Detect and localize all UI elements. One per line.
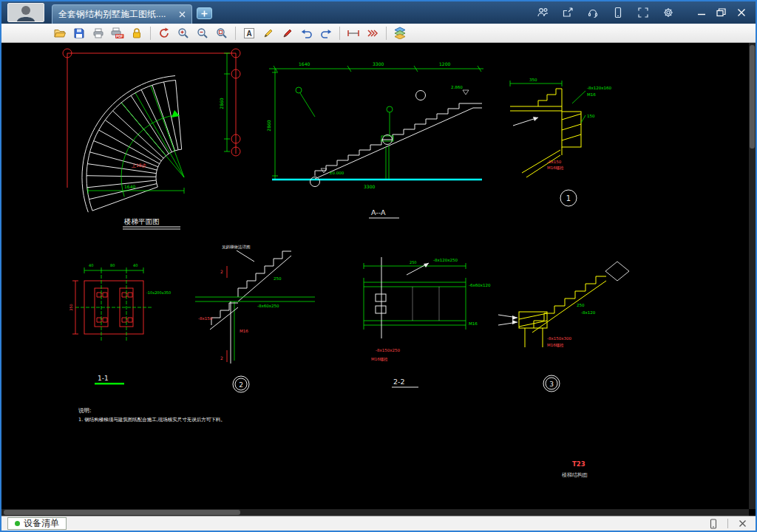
notes-title: 说明: [78, 407, 92, 414]
detail3-red-1: -8x150x300 [547, 336, 571, 341]
detail1-green-1: -8x120x160 [587, 86, 611, 90]
statusbar-phone-button[interactable] [706, 518, 721, 530]
zoom-out-button[interactable] [193, 25, 212, 41]
zoom-fit-icon [216, 27, 228, 39]
layers-icon [393, 27, 407, 39]
undo-button[interactable] [297, 25, 316, 41]
detail22-red-2: M16螺栓 [371, 357, 388, 362]
zoom-fit-button[interactable] [212, 25, 231, 41]
detail11-green-1: -10x200x350 [146, 290, 171, 295]
open-folder-icon [53, 27, 67, 39]
section-dim-2: 3300 [373, 61, 384, 66]
new-tab-button[interactable] [197, 7, 212, 19]
close-icon [737, 8, 746, 17]
document-tab[interactable]: 全套钢结构别墅施工图纸.... [52, 4, 192, 24]
detail22-green-3: M16 [469, 321, 478, 326]
avatar-photo-icon [8, 4, 44, 21]
detail2-red-2: M16 [240, 329, 248, 333]
detail2-green-1: -8x60x250 [257, 304, 279, 308]
tab-title: 全套钢结构别墅施工图纸.... [58, 8, 174, 21]
open-button[interactable] [50, 25, 69, 41]
redo-icon [320, 27, 332, 39]
detail22-title: 2-2 [393, 378, 405, 386]
redo-button[interactable] [316, 25, 336, 41]
section-aa-view: 1640 3300 1200 2860 [266, 61, 483, 218]
fullscreen-button[interactable] [635, 5, 651, 20]
close-icon [739, 519, 747, 528]
measure-icon [347, 27, 360, 39]
notes-line-1: 1. 钢结构楼梯须与建筑图纸配合施工,现场核实尺寸无误后方可下料。 [78, 417, 225, 423]
encrypt-button[interactable] [127, 25, 146, 41]
layers-button[interactable] [390, 25, 410, 41]
tab-close-icon[interactable] [179, 11, 186, 18]
collaborate-button[interactable] [534, 5, 551, 20]
zoom-in-icon [177, 27, 189, 39]
save-button[interactable] [69, 25, 89, 41]
fullscreen-icon [637, 7, 649, 18]
detail11-dim-3: 40 [133, 263, 138, 267]
pencil-annotation-button[interactable] [259, 25, 278, 41]
text-tool-icon: A [243, 27, 255, 39]
marker-annotation-button[interactable] [278, 25, 297, 41]
detail-2-2-view: 250 -8x120x250 -6x60x120 M16 -8x150x250 … [364, 257, 491, 387]
statusbar-divider [727, 519, 728, 528]
pencil-icon [262, 27, 274, 39]
window-controls [691, 5, 751, 20]
detail2-cut-top: 2 [220, 269, 223, 274]
mobile-icon [709, 519, 718, 529]
sheet-name: 楼梯结构图 [562, 472, 588, 478]
users-icon [537, 7, 549, 18]
plan-title: 楼梯平面图 [123, 217, 160, 225]
pan-tool-icon [158, 27, 170, 39]
vertical-scroll-thumb[interactable] [750, 45, 755, 149]
drawing-canvas: 2860 1640 上18步 楼梯平面图 1640 3300 1200 2860 [1, 43, 756, 516]
detail3-bubble: 3 [549, 381, 554, 388]
horizontal-scroll-thumb[interactable] [4, 510, 240, 515]
detail-3-view: 250 -8x120 -8x150x300 M16螺栓 3 [498, 262, 629, 392]
detail-1-view: 350 -8x120x160 M16 150 -8x150 M16螺栓 1 [510, 78, 611, 206]
mobile-button[interactable] [610, 5, 626, 20]
measure-button[interactable] [344, 25, 363, 41]
section-dim-left: 2860 [266, 120, 271, 131]
statusbar-close-button[interactable] [735, 518, 750, 530]
close-button[interactable] [731, 5, 751, 20]
continuous-measure-button[interactable] [363, 25, 382, 41]
app-window: 全套钢结构别墅施工图纸.... [0, 0, 757, 532]
section-dim-bottom: 3300 [364, 184, 375, 189]
section-level-base: ±0.000 [329, 171, 344, 175]
pan-tool-button[interactable] [155, 25, 174, 41]
settings-button[interactable] [660, 5, 676, 20]
detail1-green-2: M16 [587, 92, 596, 97]
lock-icon [131, 27, 143, 39]
plan-dim-bottom: 1640 [124, 184, 135, 189]
detail1-bubble: 1 [566, 194, 571, 202]
support-button[interactable] [585, 5, 601, 20]
detail11-dim-1: 40 [89, 263, 93, 267]
detail22-red-1: -8x150x250 [376, 348, 400, 352]
device-list-button[interactable]: 设备清单 [7, 517, 67, 530]
detail1-green-3: 150 [587, 114, 595, 118]
print-button[interactable] [89, 25, 108, 41]
statusbar-actions [706, 518, 750, 530]
detail22-green-2: -6x60x120 [469, 283, 491, 287]
toolbar-separator [150, 27, 151, 40]
zoom-in-button[interactable] [174, 25, 193, 41]
zoom-out-icon [197, 27, 208, 39]
detail3-green-1: 250 [577, 303, 585, 307]
cad-drawing[interactable]: 2860 1640 上18步 楼梯平面图 1640 3300 1200 2860 [1, 43, 749, 516]
app-logo[interactable] [7, 3, 44, 22]
share-button[interactable] [560, 5, 576, 20]
text-annotation-button[interactable]: A [240, 25, 259, 41]
detail11-title: 1-1 [98, 375, 109, 382]
maximize-button[interactable] [711, 5, 731, 20]
pdf-export-button[interactable]: PDF [108, 25, 127, 41]
sheet-number: T23 [572, 460, 585, 468]
minimize-button[interactable] [691, 5, 711, 20]
detail2-red-1: -8x150 [198, 316, 213, 321]
vertical-scrollbar[interactable] [749, 43, 756, 509]
detail1-red-2: M16螺栓 [547, 166, 564, 171]
horizontal-scrollbar[interactable] [1, 509, 749, 516]
detail2-cut-bottom: 2 [220, 355, 223, 361]
titlebar: 全套钢结构别墅施工图纸.... [1, 1, 756, 24]
pdf-badge-label: PDF [116, 34, 123, 38]
